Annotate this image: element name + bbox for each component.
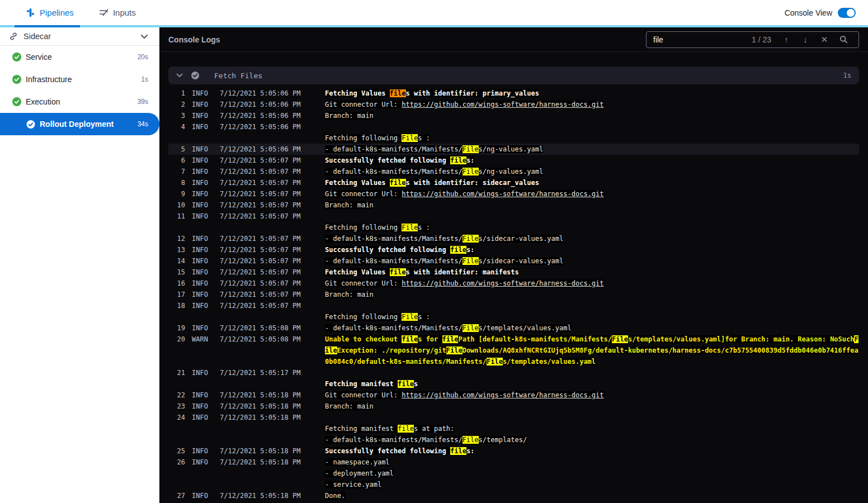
log-message: Branch: main [325, 200, 374, 211]
log-text: Git connector Url: [325, 101, 402, 108]
log-message-text: - default-k8s-manifests/Manifests/Files/… [325, 168, 543, 175]
log-timestamp: 7/12/2021 5:05:07 PM [220, 177, 301, 188]
log-message: - default-k8s-manifests/Manifests/Files/… [325, 322, 572, 334]
log-level: INFO [192, 188, 213, 200]
log-message: Git connector Url: https://github.com/wi… [325, 390, 604, 401]
log-message: Successfully fetched following files: [325, 445, 474, 457]
log-message: Branch: main [325, 110, 374, 121]
log-message: Branch: main [325, 401, 374, 412]
log-row: 4INFO7/12/2021 5:05:06 PM [168, 121, 859, 132]
log-text: Path [default-k8s-manifests/Manifests/ [458, 335, 612, 343]
search-match: File [612, 335, 628, 343]
sidebar-item-service[interactable]: Service20s [0, 46, 159, 68]
search-match: File [487, 358, 503, 366]
log-level: INFO [192, 99, 213, 110]
log-level: INFO [192, 445, 213, 457]
log-message: Fetching following Files : [325, 222, 430, 233]
log-text: Git connector Url: [325, 190, 402, 198]
log-timestamp: 7/12/2021 5:05:06 PM [220, 144, 301, 155]
sidebar-items: Service20sInfrastructure1sExecution39sRo… [0, 46, 159, 135]
log-row: Fetching following Files : [168, 311, 859, 322]
next-match-button[interactable]: ↓ [796, 35, 815, 44]
console-panel: Console Logs 1 / 23 ↑ ↓ ✕ [159, 27, 868, 503]
search-match: File [446, 347, 463, 354]
search-match: File [402, 313, 418, 321]
git-connector-link[interactable]: https://github.com/wings-software/harnes… [402, 391, 603, 399]
log-text: Branch: main [325, 201, 374, 209]
inputs-icon [99, 8, 108, 17]
log-row: 14INFO7/12/2021 5:05:07 PM- default-k8s-… [168, 255, 859, 267]
log-timestamp: 7/12/2021 5:05:06 PM [220, 88, 301, 99]
search-match: File [463, 168, 479, 175]
line-number: 11 [168, 211, 185, 222]
log-message-text: 0b084c0/default-k8s-manifests/Manifests/… [325, 358, 596, 366]
log-message: Successfully fetched following files: [325, 155, 474, 166]
log-level: INFO [192, 144, 213, 155]
check-circle-icon [12, 53, 21, 61]
log-level: INFO [192, 289, 213, 300]
search-icon[interactable] [834, 35, 853, 44]
tab-underline-stripe [0, 25, 868, 27]
log-text: Git connector Url: [325, 391, 402, 399]
log-text: s [414, 380, 418, 388]
console-view-toggle[interactable] [838, 8, 856, 18]
search-match: File [402, 134, 418, 142]
log-level: INFO [192, 166, 213, 177]
console-body: Fetch Files 1s 1INFO7/12/2021 5:05:06 PM… [159, 52, 868, 503]
line-number: 5 [168, 144, 185, 155]
console-view-control: Console View [785, 8, 868, 18]
log-text: Successfully fetched following [325, 447, 450, 455]
log-timestamp: 7/12/2021 5:05:07 PM [220, 255, 301, 267]
line-number: 14 [168, 255, 185, 267]
log-message-text: Successfully fetched following files: [325, 156, 474, 164]
log-text: s: [466, 246, 474, 254]
line-number: 4 [168, 121, 185, 132]
log-message: 0b084c0/default-k8s-manifests/Manifests/… [325, 356, 596, 367]
tab-inputs[interactable]: Inputs [99, 8, 136, 17]
log-message-text: - default-k8s-manifests/Manifests/Files/… [325, 235, 563, 243]
log-level: INFO [192, 244, 213, 255]
log-text: s : [418, 134, 430, 142]
log-row: 13INFO7/12/2021 5:05:07 PMSuccessfully f… [168, 244, 859, 255]
log-message: Successfully fetched following files: [325, 244, 474, 255]
log-message: Fetching following Files : [325, 311, 430, 322]
sidebar-item-rollout-deployment[interactable]: Rollout Deployment34s [0, 113, 159, 135]
log-message-text: Done. [325, 492, 345, 500]
console-view-label: Console View [785, 8, 832, 17]
previous-match-button[interactable]: ↑ [777, 35, 796, 44]
link-icon [9, 32, 18, 41]
sidebar-item-execution[interactable]: Execution39s [0, 91, 159, 113]
sidebar-item-infrastructure[interactable]: Infrastructure1s [0, 68, 159, 91]
git-connector-link[interactable]: https://github.com/wings-software/harnes… [402, 190, 603, 198]
tab-label: Inputs [113, 8, 136, 17]
line-number: 9 [168, 188, 185, 200]
log-message-text: Fetching Values files with identifier: s… [325, 179, 539, 187]
console-title: Console Logs [168, 35, 220, 44]
search-input[interactable] [653, 35, 752, 44]
stage-name: Sidecar [23, 32, 135, 41]
log-text: s/templates/ [479, 436, 527, 444]
log-message-text: Git connector Url: https://github.com/wi… [325, 101, 604, 108]
sidebar-stage-header[interactable]: Sidecar [0, 27, 159, 46]
chevron-down-icon [140, 34, 148, 39]
log-timestamp: 7/12/2021 5:05:08 PM [220, 334, 301, 345]
line-number: 6 [168, 155, 185, 166]
step-label: Service [26, 53, 133, 61]
log-section-header[interactable]: Fetch Files 1s [168, 67, 859, 84]
log-level: INFO [192, 255, 213, 267]
tab-pipelines[interactable]: Pipelines [26, 8, 74, 17]
log-text: s/ng-values.yaml [479, 168, 544, 175]
log-message: Fetching manifest files at path: [325, 423, 454, 434]
search-match: File [402, 224, 418, 231]
line-number: 18 [168, 300, 185, 311]
search-match: F [854, 335, 858, 343]
git-connector-link[interactable]: https://github.com/wings-software/harnes… [402, 101, 603, 108]
git-connector-link[interactable]: https://github.com/wings-software/harnes… [402, 279, 603, 287]
log-message: Fetching following Files : [325, 132, 430, 144]
current-search-match: file [390, 89, 406, 97]
top-navigation-bar: Pipelines Inputs Console View [0, 0, 868, 25]
clear-search-button[interactable]: ✕ [815, 35, 834, 45]
log-text: s with identifier: manifests [406, 268, 519, 276]
log-timestamp: 7/12/2021 5:05:06 PM [220, 110, 301, 121]
line-number: 13 [168, 244, 185, 255]
